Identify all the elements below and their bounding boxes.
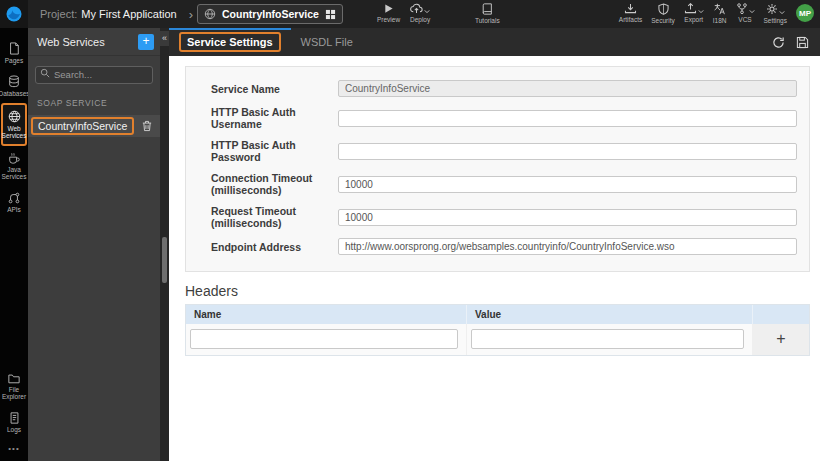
add-service-button[interactable]: +	[138, 34, 154, 50]
web-services-panel: Web Services + SOAP SERVICE CountryInfoS…	[28, 28, 160, 461]
sidebar-item-java-services[interactable]: Java Services	[0, 146, 28, 186]
upload-icon	[684, 3, 697, 14]
service-list-item-label: CountryInfoService	[31, 117, 134, 135]
download-icon	[624, 3, 637, 14]
tab-wsdl-file[interactable]: WSDL File	[291, 28, 363, 56]
pages-icon	[8, 42, 20, 55]
endpoint-address-label: Endpoint Address	[211, 241, 338, 253]
app-window: Project: My First Application › CountryI…	[0, 0, 820, 461]
tutorials-button[interactable]: Tutorials	[475, 3, 500, 24]
form-row: Connection Timeout (milliseconds)	[211, 172, 797, 196]
wavemaker-logo-icon	[5, 5, 23, 23]
service-selector[interactable]: CountryInfoService	[197, 4, 343, 24]
translate-icon	[713, 3, 726, 15]
service-list-item[interactable]: CountryInfoService	[28, 115, 160, 137]
chevron-down-icon	[424, 9, 430, 14]
vcs-label: VCS	[738, 16, 751, 23]
header-col-add	[753, 305, 809, 324]
branch-icon	[736, 3, 748, 14]
basic-auth-password-field[interactable]	[338, 143, 797, 160]
service-name-field	[338, 80, 797, 97]
shield-icon	[658, 3, 669, 15]
artifacts-label: Artifacts	[619, 16, 642, 23]
globe-icon	[204, 8, 216, 20]
trash-icon[interactable]	[142, 120, 152, 132]
preview-button[interactable]: Preview	[377, 3, 400, 23]
deploy-label: Deploy	[410, 16, 430, 23]
breadcrumb: Project: My First Application	[28, 8, 185, 20]
database-icon	[8, 75, 20, 88]
service-name-label: Service Name	[211, 83, 338, 95]
request-timeout-field[interactable]	[338, 209, 797, 226]
collapse-panel-button[interactable]: «	[160, 31, 169, 46]
basic-auth-password-label: HTTP Basic Auth Password	[211, 139, 338, 163]
header-col-value: Value	[467, 305, 753, 324]
apps-grid-icon[interactable]	[325, 9, 336, 20]
sidebar-item-apis[interactable]: APIs	[0, 186, 28, 218]
left-navigation-rail: Pages Databases Web Services Java Servic…	[0, 28, 28, 461]
project-name[interactable]: My First Application	[81, 8, 176, 20]
soap-service-section-label: SOAP SERVICE	[28, 86, 160, 115]
gear-icon	[766, 3, 778, 15]
panel-header: Web Services +	[28, 28, 160, 56]
tab-service-settings[interactable]: Service Settings	[169, 28, 291, 56]
form-row: Endpoint Address	[211, 238, 797, 255]
play-icon	[383, 3, 394, 14]
service-settings-form: Service Name HTTP Basic Auth Username HT…	[185, 66, 810, 272]
request-timeout-label: Request Timeout (milliseconds)	[211, 205, 338, 229]
headers-table-row: +	[186, 324, 809, 355]
header-value-input[interactable]	[471, 329, 744, 349]
chevron-down-icon	[698, 9, 704, 14]
sidebar-item-databases[interactable]: Databases	[0, 69, 28, 102]
folder-icon	[8, 373, 20, 384]
form-row: HTTP Basic Auth Password	[211, 139, 797, 163]
rail-spacer	[0, 218, 28, 366]
wavemaker-logo[interactable]	[0, 0, 28, 28]
i18n-label: I18N	[713, 17, 727, 24]
sidebar-item-logs[interactable]: Logs	[0, 406, 28, 438]
security-button[interactable]: Security	[651, 3, 674, 24]
basic-auth-username-label: HTTP Basic Auth Username	[211, 106, 338, 130]
chevron-down-icon	[779, 10, 785, 15]
export-button[interactable]: Export	[684, 3, 704, 23]
tab-tools	[772, 28, 820, 56]
sidebar-item-file-explorer[interactable]: File Explorer	[0, 367, 28, 406]
header-col-name: Name	[186, 305, 467, 324]
deploy-button[interactable]: Deploy	[410, 3, 430, 23]
preview-label: Preview	[377, 16, 400, 23]
tutorials-label: Tutorials	[475, 17, 500, 24]
more-ellipsis-icon[interactable]: •••	[0, 438, 28, 461]
api-icon	[8, 192, 20, 204]
headers-table-header: Name Value	[186, 305, 809, 324]
header-name-input[interactable]	[190, 329, 458, 349]
chevron-down-icon	[749, 9, 755, 14]
breadcrumb-chevron-icon: ›	[185, 7, 197, 22]
settings-label: Settings	[764, 17, 788, 24]
form-row: Request Timeout (milliseconds)	[211, 205, 797, 229]
connection-timeout-field[interactable]	[338, 176, 797, 193]
add-header-button[interactable]: +	[753, 324, 809, 355]
main-panel: Service Settings WSDL File S	[169, 28, 820, 461]
endpoint-address-field[interactable]	[338, 238, 797, 255]
vcs-button[interactable]: VCS	[736, 3, 755, 23]
i18n-button[interactable]: I18N	[713, 3, 727, 24]
service-settings-content: Service Name HTTP Basic Auth Username HT…	[169, 56, 820, 461]
top-header-bar: Project: My First Application › CountryI…	[0, 0, 820, 28]
refresh-icon[interactable]	[772, 36, 785, 49]
tab-bar: Service Settings WSDL File	[169, 28, 820, 56]
connection-timeout-label: Connection Timeout (milliseconds)	[211, 172, 338, 196]
scrollbar-thumb[interactable]	[162, 237, 167, 283]
artifacts-button[interactable]: Artifacts	[619, 3, 642, 23]
topbar-right-actions: Artifacts Security Export	[619, 3, 814, 24]
sidebar-item-web-services[interactable]: Web Services	[1, 103, 27, 146]
user-avatar[interactable]: MP	[796, 4, 814, 22]
security-label: Security	[651, 17, 674, 24]
search-input[interactable]	[35, 66, 153, 84]
settings-button[interactable]: Settings	[764, 3, 788, 24]
coffee-icon	[8, 152, 20, 164]
sidebar-item-pages[interactable]: Pages	[0, 36, 28, 69]
export-label: Export	[684, 16, 703, 23]
panel-scroll-strip: «	[160, 28, 169, 461]
basic-auth-username-field[interactable]	[338, 110, 797, 127]
save-icon[interactable]	[796, 36, 809, 49]
